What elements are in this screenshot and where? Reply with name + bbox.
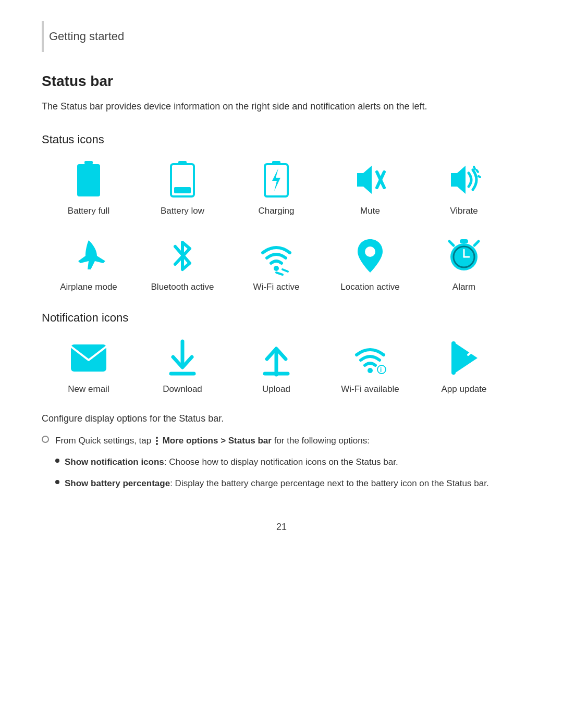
vibrate-label: Vibrate: [450, 206, 478, 216]
svg-line-17: [276, 273, 283, 275]
more-options-icon: [156, 437, 158, 445]
bluetooth-icon: [162, 235, 203, 277]
status-icons-title: Status icons: [42, 133, 521, 146]
svg-text:i: i: [380, 366, 382, 374]
wifi-available-label: Wi-Fi available: [341, 384, 399, 394]
svg-marker-12: [451, 166, 466, 194]
icon-upload: Upload: [229, 337, 323, 394]
svg-rect-27: [71, 344, 106, 372]
svg-line-24: [449, 241, 454, 245]
svg-line-25: [474, 241, 479, 245]
icon-location: Location active: [323, 235, 417, 292]
icon-charging: Charging: [229, 159, 323, 216]
icon-email: New email: [42, 337, 136, 394]
circle-item-text: From Quick settings, tap: [55, 436, 154, 446]
upload-label: Upload: [262, 384, 290, 394]
icon-app-update: App update: [417, 337, 511, 394]
airplane-icon: [68, 235, 109, 277]
download-label: Download: [163, 384, 202, 394]
wifi-available-icon: i: [349, 337, 391, 379]
svg-line-14: [476, 170, 478, 172]
icon-vibrate: Vibrate: [417, 159, 511, 216]
svg-marker-8: [272, 168, 280, 191]
more-options-bold: More options > Status bar: [163, 436, 272, 446]
sub-bullet-1: Show notification icons: Choose how to d…: [55, 455, 521, 469]
circle-bullet-item: From Quick settings, tap More options > …: [42, 434, 521, 448]
icon-download: Download: [136, 337, 229, 394]
upload-icon: [255, 337, 297, 379]
svg-line-15: [479, 176, 480, 177]
bluetooth-label: Bluetooth active: [151, 282, 214, 292]
location-icon: [349, 235, 391, 277]
icon-wifi-available: i Wi-Fi available: [323, 337, 417, 394]
battery-full-icon: [68, 159, 109, 201]
sub-bullets-container: Show notification icons: Choose how to d…: [55, 455, 521, 490]
notification-icons-title: Notification icons: [42, 311, 521, 325]
page-number: 21: [42, 522, 521, 533]
svg-marker-9: [357, 166, 372, 194]
wifi-active-icon: [255, 235, 297, 277]
dot-bullet-2: [55, 480, 59, 484]
wifi-active-label: Wi-Fi active: [253, 282, 300, 292]
page-description: The Status bar provides device informati…: [42, 99, 521, 114]
svg-rect-0: [84, 161, 93, 164]
svg-marker-35: [456, 343, 478, 373]
mute-label: Mute: [360, 206, 380, 216]
battery-low-icon: [162, 159, 203, 201]
svg-rect-5: [174, 187, 191, 193]
airplane-label: Airplane mode: [60, 282, 117, 292]
alarm-label: Alarm: [452, 282, 475, 292]
sub-bullet-1-bold: Show notification icons: [65, 457, 164, 467]
page-title: Status bar: [42, 73, 521, 90]
configure-text: Configure display options for the Status…: [42, 413, 521, 424]
circle-bullet-icon: [42, 436, 49, 443]
svg-point-19: [365, 246, 375, 257]
location-label: Location active: [340, 282, 399, 292]
notification-icons-row: New email Download Upload: [42, 337, 521, 394]
circle-item-end: for the following options:: [274, 436, 370, 446]
sub-bullet-1-text: : Choose how to display notification ico…: [164, 457, 398, 467]
battery-full-label: Battery full: [68, 206, 109, 216]
status-icons-row2: Airplane mode Bluetooth active Wi-Fi act…: [42, 235, 521, 292]
icon-airplane: Airplane mode: [42, 235, 136, 292]
sub-bullet-2-bold: Show battery percentage: [65, 478, 170, 488]
battery-low-label: Battery low: [161, 206, 204, 216]
email-icon: [68, 337, 109, 379]
svg-rect-26: [460, 239, 468, 243]
charging-icon: [255, 159, 297, 201]
vibrate-icon: [443, 159, 485, 201]
svg-rect-2: [80, 167, 97, 193]
svg-line-13: [474, 167, 475, 169]
icon-wifi-active: Wi-Fi active: [229, 235, 323, 292]
email-label: New email: [68, 384, 109, 394]
icon-bluetooth: Bluetooth active: [136, 235, 229, 292]
sub-bullet-2: Show battery percentage: Display the bat…: [55, 476, 521, 490]
icon-battery-full: Battery full: [42, 159, 136, 216]
svg-point-32: [368, 368, 373, 373]
alarm-icon: [443, 235, 485, 277]
icon-mute: Mute: [323, 159, 417, 216]
svg-line-18: [283, 269, 288, 272]
charging-label: Charging: [259, 206, 295, 216]
icon-alarm: Alarm: [417, 235, 511, 292]
icon-battery-low: Battery low: [136, 159, 229, 216]
app-update-label: App update: [442, 384, 487, 394]
app-update-icon: [443, 337, 485, 379]
status-icons-row1: Battery full Battery low Charging: [42, 159, 521, 216]
download-icon: [162, 337, 203, 379]
mute-icon: [349, 159, 391, 201]
svg-point-16: [274, 266, 279, 271]
dot-bullet-1: [55, 459, 59, 463]
sub-bullet-2-text: : Display the battery charge percentage …: [170, 478, 488, 488]
breadcrumb: Getting started: [42, 21, 521, 52]
